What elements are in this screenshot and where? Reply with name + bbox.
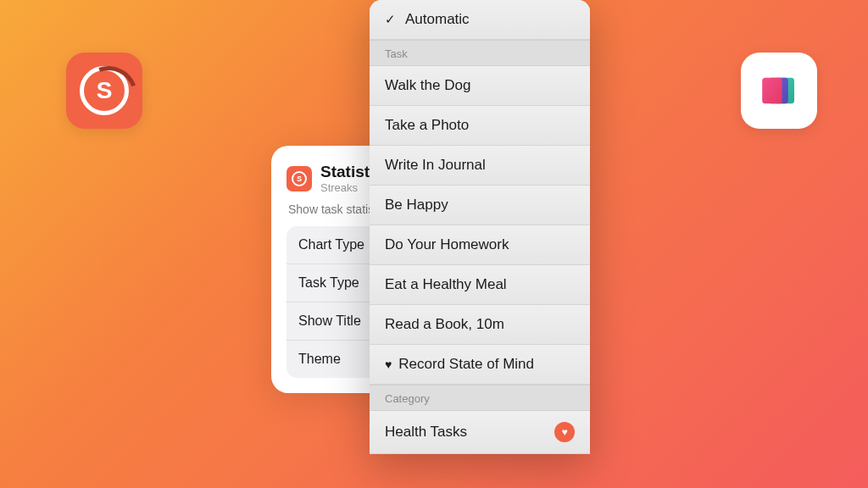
shortcuts-app-icon <box>741 53 817 129</box>
dropdown-item-label: Write In Journal <box>385 157 486 174</box>
dropdown-item-label: Record State of Mind <box>398 356 534 373</box>
dropdown-item-homework[interactable]: Do Your Homework <box>370 225 590 265</box>
dropdown-item-label: Do Your Homework <box>385 236 509 253</box>
dropdown-item-healthy-meal[interactable]: Eat a Healthy Meal <box>370 265 590 305</box>
checkmark-icon: ✓ <box>385 12 397 27</box>
dropdown-item-label: Automatic <box>405 11 470 28</box>
dropdown-item-write-journal[interactable]: Write In Journal <box>370 146 590 186</box>
dropdown-item-read-book[interactable]: Read a Book, 10m <box>370 305 590 345</box>
widget-app-icon: S <box>287 166 312 191</box>
streaks-app-icon: S <box>66 53 142 129</box>
dropdown-item-be-happy[interactable]: Be Happy <box>370 186 590 225</box>
heart-icon: ♥ <box>385 358 392 371</box>
shortcuts-logo-icon <box>756 68 802 114</box>
dropdown-item-label: Eat a Healthy Meal <box>385 276 507 293</box>
dropdown-item-label: Take a Photo <box>385 117 469 134</box>
dropdown-item-walk-dog[interactable]: Walk the Dog <box>370 66 590 106</box>
category-badge: ♥ <box>554 422 575 442</box>
task-type-dropdown-menu: ✓ Automatic Task Walk the Dog Take a Pho… <box>370 0 590 454</box>
streaks-progress-ring-icon: S <box>80 66 129 115</box>
dropdown-item-label: Be Happy <box>385 197 448 214</box>
dropdown-item-health-tasks[interactable]: Health Tasks ♥ <box>370 411 590 454</box>
dropdown-item-automatic[interactable]: ✓ Automatic <box>370 0 590 40</box>
streaks-letter: S <box>97 77 113 104</box>
dropdown-item-label: Read a Book, 10m <box>385 316 504 333</box>
dropdown-section-header-category: Category <box>370 385 590 411</box>
dropdown-item-record-state[interactable]: ♥ Record State of Mind <box>370 345 590 385</box>
heart-icon: ♥ <box>561 426 567 438</box>
streaks-mini-icon: S <box>292 171 307 186</box>
dropdown-item-label: Health Tasks <box>385 424 467 441</box>
dropdown-item-label: Walk the Dog <box>385 77 470 94</box>
dropdown-section-header-task: Task <box>370 40 590 66</box>
dropdown-item-take-photo[interactable]: Take a Photo <box>370 106 590 146</box>
